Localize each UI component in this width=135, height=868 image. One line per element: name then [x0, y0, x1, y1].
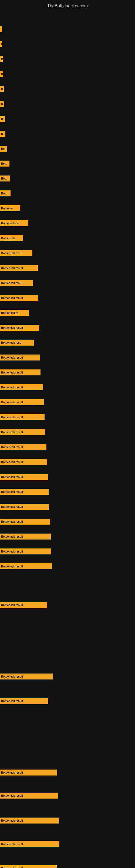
bar-segment: Bottleneck [0, 235, 23, 241]
bar-label: Bottleneck result [1, 356, 23, 359]
bar-label: B [1, 58, 3, 61]
bar-row: Bottleneck result [0, 369, 135, 376]
bar-row: Bottleneck resu [0, 250, 135, 257]
bar-row: Bott [0, 175, 135, 182]
bar-row: Bottleneck result [0, 384, 135, 391]
bar-segment: Bo [0, 146, 7, 152]
bar-label: Bottleneck result [1, 550, 23, 553]
bar-label: Bottleneck result [1, 475, 23, 478]
bar-label: Bottleneck result [1, 565, 23, 568]
bar-label: Bottleneck result [1, 505, 23, 508]
bar-segment: Bottleneck result [0, 384, 43, 390]
bar-label: Bottleneck result [1, 431, 23, 434]
bar-segment: Bottleneck result [0, 519, 50, 525]
bar-row: Bottleneck result [0, 443, 135, 451]
site-title: TheBottlenecker.com [0, 1, 135, 10]
bar-segment: Bottleneck result [0, 325, 39, 331]
bar-row: B [0, 86, 135, 93]
bar-label: Bottleneck result [1, 401, 23, 404]
bar-label: Bottleneck result [1, 771, 23, 774]
bar-segment: Bottleneck result [0, 602, 47, 608]
bar-segment: Bottleneck result [0, 265, 38, 271]
bar-row: Bottleneck result [0, 792, 135, 799]
bar-row: Bottleneck result [0, 458, 135, 465]
bar-segment: Bottleneck result [0, 295, 38, 301]
bar-row: Bottleneck resu [0, 339, 135, 346]
bar-label: B [1, 102, 3, 105]
bar-label: Bottlenec [1, 207, 13, 210]
bar-label: Bottleneck result [1, 520, 23, 523]
bar-segment: Bottleneck resu [0, 250, 32, 256]
bar-segment: Bottleneck result [0, 533, 51, 539]
bar-label: Bottleneck [1, 237, 15, 240]
bar-segment: Bottleneck re [0, 220, 28, 226]
bar-row: Bottleneck result [0, 673, 135, 680]
bar-label: Bottleneck resu [1, 252, 21, 255]
bar-label: Bottleneck result [1, 843, 23, 846]
bar-row: Bottleneck result [0, 548, 135, 555]
bar-label: Bottleneck result [1, 675, 23, 678]
bar-row: Bottleneck result [0, 841, 135, 848]
bar-segment: Bottleneck result [0, 414, 45, 420]
bar-row: Bottleneck result [0, 429, 135, 436]
bar-row: Bottleneck re [0, 309, 135, 316]
bar-label: B [1, 132, 3, 135]
bar-segment: B [0, 101, 4, 107]
bar-segment: Bottleneck result [0, 793, 58, 799]
bar-label: Bottleneck result [1, 386, 23, 389]
bar-label: Bottleneck result [1, 490, 23, 493]
bar-segment: Bottleneck result [0, 698, 48, 704]
bar-label: Bottleneck result [1, 700, 23, 703]
bar-label: B [1, 43, 2, 46]
bar-segment: Bottleneck result [0, 444, 46, 450]
bar-row: Bottleneck result [0, 769, 135, 776]
bar-row: B [0, 56, 135, 63]
bar-segment: Bott [0, 190, 10, 196]
bar-segment: Bottleneck result [0, 674, 53, 680]
bar-label: Bottleneck result [1, 603, 23, 607]
bar-label: Bott [1, 192, 6, 195]
bar-segment: Bottleneck result [0, 369, 41, 375]
bar-row: B [0, 70, 135, 78]
bar-row: Bottleneck result [0, 354, 135, 361]
bar-segment: Bottleneck result [0, 549, 51, 554]
bar-segment: Bottleneck result [0, 841, 59, 847]
bar-segment: Bottleneck resu [0, 340, 34, 346]
bar-label: Bottleneck re [1, 311, 18, 314]
bar-label: Bottleneck result [1, 416, 23, 419]
bar-row: Bottleneck result [0, 563, 135, 570]
bar-label: Bottleneck result [1, 371, 23, 374]
bar-segment: Bottleneck result [0, 865, 57, 868]
bar-segment: Bottleneck result [0, 817, 59, 824]
bar-label: Bottleneck result [1, 794, 23, 797]
bar-segment: Bottleneck result [0, 489, 49, 495]
bar-row: Bottleneck result [0, 533, 135, 540]
bar-row: Bottleneck resu [0, 279, 135, 286]
bar-row: Bottleneck result [0, 503, 135, 510]
bar-row: Bottleneck result [0, 473, 135, 480]
bar-segment [0, 26, 2, 32]
bar-segment: Bottleneck result [0, 399, 44, 405]
bar-label: Bottleneck result [1, 819, 23, 822]
bar-row: Bottleneck re [0, 220, 135, 227]
bar-segment: Bott [0, 161, 9, 166]
bar-segment: B [0, 131, 5, 137]
bar-row: Bottleneck result [0, 817, 135, 824]
bar-segment: Bottleneck result [0, 429, 45, 435]
bar-row: Bottlenec [0, 205, 135, 212]
bar-segment: B [0, 86, 4, 92]
bar-row: B [0, 100, 135, 107]
bar-label: Bottleneck result [1, 461, 23, 464]
bar-row: Bott [0, 190, 135, 197]
bar-row: Bottleneck result [0, 265, 135, 272]
bar-row: Bottleneck [0, 235, 135, 242]
bar-segment: Bottleneck result [0, 474, 48, 480]
bar-row: B [0, 41, 135, 48]
bar-segment: Bottleneck result [0, 563, 52, 569]
bar-label: B [1, 118, 3, 120]
bar-label: Bottleneck result [1, 297, 23, 300]
bar-row: Bottleneck result [0, 488, 135, 495]
bar-label: Bottleneck result [1, 446, 23, 448]
bar-row: Bott [0, 160, 135, 167]
bar-label: Bo [1, 147, 5, 150]
